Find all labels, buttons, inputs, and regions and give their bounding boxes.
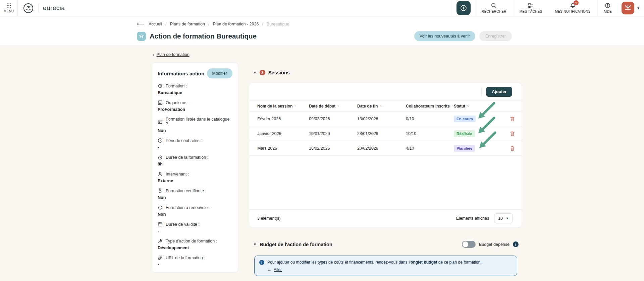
budget-section-header: ▼ Budget de l'action de formation Budget…	[253, 241, 522, 248]
field-value: -	[158, 229, 232, 233]
field-label: Intervenant :	[166, 172, 189, 177]
field-value: 8h	[158, 162, 232, 166]
field-value: ProFormation	[158, 107, 232, 112]
menu-button[interactable]: MENU	[0, 0, 18, 16]
info-icon: i	[259, 260, 264, 265]
field-value: Développement	[158, 245, 232, 250]
session-name: Mars 2026	[257, 146, 309, 151]
go-to-budget-link[interactable]: Aller	[274, 267, 282, 272]
sort-icon: ↑↓	[379, 104, 381, 108]
chevron-left-icon: ‹	[153, 52, 154, 57]
organization-icon	[158, 100, 163, 105]
back-to-plan-link[interactable]: Plan de formation	[157, 52, 190, 57]
delete-session-button[interactable]	[510, 131, 522, 136]
session-start-date: 16/02/2026	[309, 146, 357, 151]
field-certifiante: Formation certifiante : Non	[158, 188, 232, 200]
brand-wordmark: eurécia	[43, 4, 65, 12]
field-periode: Période souhaitée : -	[158, 138, 232, 150]
edit-button[interactable]: Modifier	[207, 68, 232, 78]
breadcrumb-current: Bureautique	[267, 22, 289, 26]
medal-icon	[158, 188, 163, 193]
user-menu[interactable]: ▼	[618, 2, 644, 14]
column-header-start[interactable]: Date de début ↑↓	[309, 104, 357, 109]
breadcrumb-separator: /	[262, 22, 263, 26]
quick-add-button[interactable]	[457, 1, 471, 15]
sessions-card: Ajouter Nom de la session ↑↓ Date de déb…	[249, 83, 522, 227]
plus-circle-icon	[460, 5, 467, 11]
budget-depense-toggle[interactable]	[462, 241, 476, 248]
divider	[452, 0, 452, 16]
field-label: Formation :	[166, 84, 187, 88]
menu-label: MENU	[4, 9, 14, 13]
field-label: URL de la formation :	[166, 256, 205, 260]
status-badge: Réalisée	[454, 130, 475, 137]
field-value: -	[158, 145, 232, 150]
person-icon	[158, 171, 163, 177]
session-name: Février 2026	[257, 117, 309, 121]
divider	[38, 4, 39, 12]
save-button[interactable]: Enregistrer	[479, 31, 512, 41]
sort-icon: ↑↓	[337, 104, 339, 108]
whats-new-button[interactable]: Voir les nouveautés à venir	[414, 31, 475, 41]
search-nav-item[interactable]: RECHERCHER	[475, 0, 513, 16]
graduation-cap-icon	[137, 32, 146, 41]
session-end-date: 13/02/2026	[357, 117, 406, 121]
items-count: 3 élément(s)	[257, 216, 280, 221]
notifications-label: MES NOTIFICATIONS	[555, 10, 591, 13]
avatar	[622, 2, 634, 14]
renew-icon	[158, 205, 163, 210]
session-enrolled: 0/10	[406, 117, 454, 121]
delete-session-button[interactable]	[510, 116, 522, 122]
notification-badge: 1	[574, 0, 579, 5]
budget-title: Budget de l'action de formation	[260, 242, 332, 247]
column-header-status[interactable]: Statut ↑↓	[454, 104, 506, 109]
table-row[interactable]: Janvier 2026 19/01/2026 23/01/2026 10/10…	[249, 126, 522, 141]
field-type-action: Type d'action de formation : Développeme…	[158, 238, 232, 250]
target-icon	[158, 83, 163, 88]
field-value: Bureautique	[158, 90, 232, 95]
pin-icon	[158, 238, 163, 243]
column-header-end[interactable]: Date de fin ↑↓	[357, 104, 406, 109]
collapse-caret-icon[interactable]: ▼	[253, 71, 257, 74]
info-icon[interactable]: i	[513, 241, 519, 247]
delete-session-button[interactable]	[510, 146, 522, 151]
breadcrumb-accueil[interactable]: Accueil	[149, 22, 162, 26]
page-size-select[interactable]: 10 ▼	[494, 213, 513, 223]
catalog-icon	[158, 119, 163, 124]
sessions-table-header: Nom de la session ↑↓ Date de début ↑↓ Da…	[249, 100, 522, 112]
field-label: Formation à renouveler :	[166, 205, 211, 210]
clock-icon	[158, 138, 163, 143]
field-label: Formation certifiante :	[166, 189, 206, 193]
help-nav-item[interactable]: AIDE	[597, 0, 619, 16]
search-label: RECHERCHER	[482, 10, 506, 13]
eurecia-smiley-icon	[23, 3, 34, 14]
breadcrumb-separator: /	[208, 22, 209, 26]
collapse-caret-icon[interactable]: ▼	[253, 242, 257, 246]
brand-logo[interactable]: eurécia	[18, 0, 65, 16]
field-renouveler: Formation à renouveler : Non	[158, 205, 232, 217]
info-panel-title: Informations action	[158, 71, 204, 76]
session-end-date: 23/01/2026	[357, 131, 406, 136]
budget-toggle-label: Budget dépensé	[479, 242, 509, 247]
page-title: Action de formation Bureautique	[150, 32, 257, 40]
field-intervenant: Intervenant : Externe	[158, 171, 232, 183]
tasks-nav-item[interactable]: MES TÂCHES	[513, 0, 549, 16]
column-header-enrolled[interactable]: Collaborateurs inscrits ↑↓	[406, 104, 454, 109]
field-url: URL de la formation : -	[158, 255, 232, 267]
session-start-date: 19/01/2026	[309, 131, 357, 136]
back-arrow-icon[interactable]: ⟵	[137, 21, 145, 27]
add-session-button[interactable]: Ajouter	[486, 87, 512, 97]
breadcrumb-plan-2026[interactable]: Plan de formation - 2026	[213, 22, 259, 26]
column-header-name[interactable]: Nom de la session ↑↓	[257, 104, 309, 109]
breadcrumb-plans-de-formation[interactable]: Plans de formation	[170, 22, 205, 26]
field-value: -	[158, 262, 232, 267]
session-start-date: 09/02/2026	[309, 117, 357, 121]
field-value: Externe	[158, 179, 232, 183]
field-label: Période souhaitée :	[166, 138, 202, 143]
top-bar: MENU eurécia	[0, 0, 644, 16]
notifications-nav-item[interactable]: 1 MES NOTIFICATIONS	[549, 0, 597, 16]
table-row[interactable]: Mars 2026 16/02/2026 20/02/2026 4/10 Pla…	[249, 141, 522, 156]
breadcrumb-separator: /	[165, 22, 166, 26]
table-row[interactable]: Février 2026 09/02/2026 13/02/2026 0/10 …	[249, 112, 522, 126]
field-value: Non	[158, 195, 232, 200]
